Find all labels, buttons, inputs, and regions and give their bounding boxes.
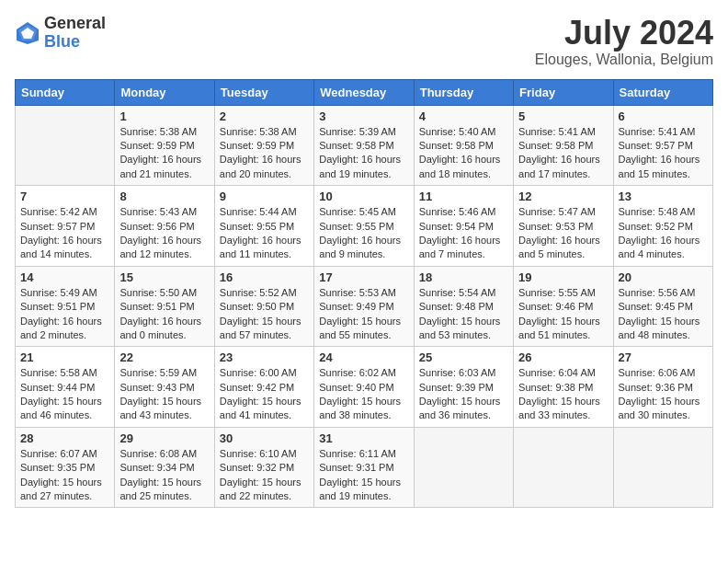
- calendar-cell: 18Sunrise: 5:54 AMSunset: 9:48 PMDayligh…: [414, 266, 513, 347]
- calendar-cell: 3Sunrise: 5:39 AMSunset: 9:58 PMDaylight…: [314, 105, 414, 186]
- calendar-cell: 11Sunrise: 5:46 AMSunset: 9:54 PMDayligh…: [414, 186, 513, 267]
- sunset-text: Sunset: 9:44 PM: [20, 382, 95, 393]
- sunset-text: Sunset: 9:35 PM: [20, 462, 95, 473]
- day-number: 3: [319, 109, 408, 123]
- calendar-cell: 17Sunrise: 5:53 AMSunset: 9:49 PMDayligh…: [314, 266, 414, 347]
- sunset-text: Sunset: 9:32 PM: [220, 462, 294, 473]
- sunrise-text: Sunrise: 6:08 AM: [119, 448, 197, 459]
- daylight-text: Daylight: 16 hours and 19 minutes.: [319, 154, 401, 178]
- day-info: Sunrise: 6:02 AMSunset: 9:40 PMDaylight:…: [319, 366, 408, 423]
- calendar-cell: 9Sunrise: 5:44 AMSunset: 9:55 PMDaylight…: [214, 186, 313, 267]
- day-number: 20: [619, 270, 708, 284]
- daylight-text: Daylight: 16 hours and 2 minutes.: [20, 316, 102, 340]
- logo-general-text: General: [44, 15, 106, 33]
- day-number: 15: [119, 270, 209, 284]
- calendar-cell: 24Sunrise: 6:02 AMSunset: 9:40 PMDayligh…: [314, 347, 414, 428]
- sunrise-text: Sunrise: 5:58 AM: [20, 367, 97, 378]
- daylight-text: Daylight: 16 hours and 4 minutes.: [619, 235, 700, 259]
- calendar-cell: 25Sunrise: 6:03 AMSunset: 9:39 PMDayligh…: [414, 347, 513, 428]
- day-number: 31: [319, 431, 408, 445]
- daylight-text: Daylight: 15 hours and 57 minutes.: [220, 316, 301, 340]
- daylight-text: Daylight: 15 hours and 36 minutes.: [419, 396, 501, 420]
- calendar-cell: 1Sunrise: 5:38 AMSunset: 9:59 PMDaylight…: [115, 105, 214, 186]
- sunset-text: Sunset: 9:42 PM: [220, 382, 294, 393]
- day-info: Sunrise: 5:42 AMSunset: 9:57 PMDaylight:…: [20, 205, 109, 262]
- day-number: 2: [220, 109, 309, 123]
- daylight-text: Daylight: 16 hours and 9 minutes.: [319, 235, 401, 259]
- sunrise-text: Sunrise: 5:53 AM: [319, 287, 396, 298]
- title-block: July 2024 Elouges, Wallonia, Belgium: [535, 15, 713, 68]
- daylight-text: Daylight: 16 hours and 14 minutes.: [20, 235, 102, 259]
- day-info: Sunrise: 5:50 AMSunset: 9:51 PMDaylight:…: [119, 286, 209, 343]
- calendar-cell: 5Sunrise: 5:41 AMSunset: 9:58 PMDaylight…: [514, 105, 613, 186]
- daylight-text: Daylight: 15 hours and 38 minutes.: [319, 396, 401, 420]
- sunrise-text: Sunrise: 6:06 AM: [619, 367, 696, 378]
- day-number: 4: [419, 109, 508, 123]
- day-number: 27: [619, 350, 708, 364]
- day-number: 25: [419, 350, 508, 364]
- sunset-text: Sunset: 9:55 PM: [319, 221, 393, 232]
- sunrise-text: Sunrise: 6:04 AM: [518, 367, 596, 378]
- day-number: 10: [319, 190, 408, 203]
- sunset-text: Sunset: 9:56 PM: [119, 221, 194, 232]
- day-info: Sunrise: 6:04 AMSunset: 9:38 PMDaylight:…: [518, 366, 608, 423]
- day-number: 22: [119, 350, 209, 364]
- daylight-text: Daylight: 16 hours and 21 minutes.: [119, 154, 201, 178]
- day-info: Sunrise: 6:03 AMSunset: 9:39 PMDaylight:…: [419, 366, 508, 423]
- day-of-week-tuesday: Tuesday: [214, 79, 313, 105]
- day-info: Sunrise: 5:56 AMSunset: 9:45 PMDaylight:…: [619, 286, 708, 343]
- day-info: Sunrise: 6:10 AMSunset: 9:32 PMDaylight:…: [220, 447, 309, 504]
- day-number: 6: [619, 109, 708, 123]
- day-info: Sunrise: 5:39 AMSunset: 9:58 PMDaylight:…: [319, 125, 408, 182]
- calendar-cell: 21Sunrise: 5:58 AMSunset: 9:44 PMDayligh…: [16, 347, 115, 428]
- sunrise-text: Sunrise: 5:48 AM: [619, 206, 696, 217]
- sunset-text: Sunset: 9:43 PM: [119, 382, 194, 393]
- main-title: July 2024: [535, 15, 713, 52]
- sunrise-text: Sunrise: 5:38 AM: [220, 126, 297, 137]
- calendar-header: SundayMondayTuesdayWednesdayThursdayFrid…: [16, 79, 713, 105]
- sunset-text: Sunset: 9:52 PM: [619, 221, 693, 232]
- calendar-cell: 2Sunrise: 5:38 AMSunset: 9:59 PMDaylight…: [214, 105, 313, 186]
- sunset-text: Sunset: 9:49 PM: [319, 301, 393, 312]
- calendar-cell: 14Sunrise: 5:49 AMSunset: 9:51 PMDayligh…: [16, 266, 115, 347]
- day-number: 24: [319, 350, 408, 364]
- sunset-text: Sunset: 9:54 PM: [419, 221, 494, 232]
- day-number: 14: [20, 270, 109, 284]
- calendar-cell: 13Sunrise: 5:48 AMSunset: 9:52 PMDayligh…: [613, 186, 712, 267]
- calendar-cell: 23Sunrise: 6:00 AMSunset: 9:42 PMDayligh…: [214, 347, 313, 428]
- day-number: 19: [518, 270, 608, 284]
- day-info: Sunrise: 6:08 AMSunset: 9:34 PMDaylight:…: [119, 447, 209, 504]
- day-info: Sunrise: 6:07 AMSunset: 9:35 PMDaylight:…: [20, 447, 109, 504]
- daylight-text: Daylight: 15 hours and 43 minutes.: [119, 396, 201, 420]
- daylight-text: Daylight: 16 hours and 20 minutes.: [220, 154, 301, 178]
- sunset-text: Sunset: 9:58 PM: [518, 140, 593, 151]
- sunset-text: Sunset: 9:40 PM: [319, 382, 393, 393]
- sunrise-text: Sunrise: 5:39 AM: [319, 126, 396, 137]
- logo-text: General Blue: [44, 15, 106, 52]
- day-number: 12: [518, 190, 608, 203]
- sunrise-text: Sunrise: 5:59 AM: [119, 367, 197, 378]
- day-number: 13: [619, 190, 708, 203]
- sunrise-text: Sunrise: 5:43 AM: [119, 206, 197, 217]
- day-of-week-friday: Friday: [514, 79, 613, 105]
- day-info: Sunrise: 5:49 AMSunset: 9:51 PMDaylight:…: [20, 286, 109, 343]
- calendar-cell: [16, 105, 115, 186]
- daylight-text: Daylight: 16 hours and 7 minutes.: [419, 235, 501, 259]
- daylight-text: Daylight: 16 hours and 11 minutes.: [220, 235, 301, 259]
- sunset-text: Sunset: 9:57 PM: [619, 140, 693, 151]
- daylight-text: Daylight: 16 hours and 17 minutes.: [518, 154, 600, 178]
- day-number: 21: [20, 350, 109, 364]
- calendar-cell: 12Sunrise: 5:47 AMSunset: 9:53 PMDayligh…: [514, 186, 613, 267]
- day-info: Sunrise: 5:43 AMSunset: 9:56 PMDaylight:…: [119, 205, 209, 262]
- sunrise-text: Sunrise: 6:10 AM: [220, 448, 297, 459]
- sunset-text: Sunset: 9:50 PM: [220, 301, 294, 312]
- sunrise-text: Sunrise: 5:55 AM: [518, 287, 596, 298]
- days-of-week-row: SundayMondayTuesdayWednesdayThursdayFrid…: [16, 79, 713, 105]
- calendar-cell: 8Sunrise: 5:43 AMSunset: 9:56 PMDaylight…: [115, 186, 214, 267]
- day-info: Sunrise: 6:00 AMSunset: 9:42 PMDaylight:…: [220, 366, 309, 423]
- sunset-text: Sunset: 9:59 PM: [119, 140, 194, 151]
- sunrise-text: Sunrise: 5:49 AM: [20, 287, 97, 298]
- sunrise-text: Sunrise: 5:54 AM: [419, 287, 496, 298]
- day-info: Sunrise: 5:41 AMSunset: 9:57 PMDaylight:…: [619, 125, 708, 182]
- sunset-text: Sunset: 9:45 PM: [619, 301, 693, 312]
